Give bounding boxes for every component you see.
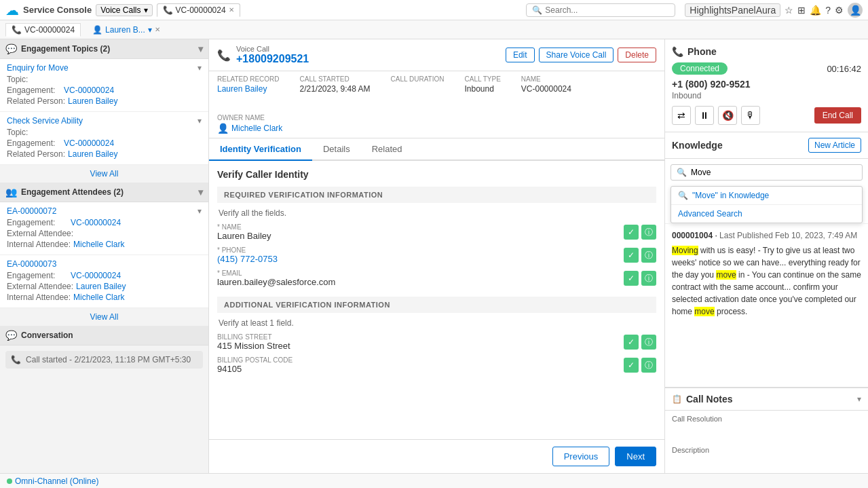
ea-internal-value-1[interactable]: Michelle Clark [73,240,124,249]
call-resolution-input[interactable] [672,424,861,438]
person-value-2[interactable]: Lauren Bailey [68,149,117,159]
owner-value[interactable]: Michelle Clark [231,124,282,133]
email-info-btn[interactable]: ⓘ [641,271,656,286]
phone-field-row: * PHONE (415) 772-0753 ✓ ⓘ [217,246,656,264]
grid-icon[interactable]: ⊞ [797,5,806,16]
person-label-1: Related Person: [7,96,65,106]
engagement-label-2: Engagement: [7,138,61,148]
record-btn[interactable]: 🎙 [741,106,760,125]
billing-postal-info-btn[interactable]: ⓘ [641,358,656,373]
topic-arrow-2[interactable]: ▾ [197,116,202,126]
topic-label-1: Topic: [7,75,61,84]
tab-details[interactable]: Details [312,138,361,161]
user-avatar[interactable]: 👤 [848,3,863,18]
ea-engagement-label-1: Engagement: [7,218,68,227]
call-started-label: Call Started [300,75,371,83]
share-voice-call-button[interactable]: Share Voice Call [539,48,614,62]
ea-internal-value-2[interactable]: Michelle Clark [73,293,124,302]
phone-value[interactable]: (415) 772-0753 [217,254,618,264]
highlights-panel-btn[interactable]: HighlightsPanelAura [685,3,780,17]
billing-street-value: 415 Mission Street [217,341,618,351]
help-icon[interactable]: ? [825,5,831,16]
hold-btn[interactable]: ⏸ [695,106,714,125]
highlight-move-1: move [716,270,736,280]
required-verification-section: REQUIRED VERIFICATION INFORMATION Verify… [217,187,656,287]
engagement-value-2[interactable]: VC-00000024 [64,138,114,148]
related-record-value[interactable]: Lauren Bailey [217,84,280,94]
mute-btn[interactable]: 🔇 [718,106,737,125]
content-tabs: Identity Verification Details Related [209,138,664,161]
transfer-btn[interactable]: ⇄ [672,106,691,125]
vc-tab[interactable]: 📞 VC-00000024 ✕ [157,3,240,17]
highlight-moving: Moving [672,246,698,255]
topic-title-1[interactable]: Enquiry for Move [7,63,69,73]
star-icon[interactable]: ☆ [785,5,793,16]
ea-title-1[interactable]: EA-00000072 [7,206,56,216]
billing-street-info-btn[interactable]: ⓘ [641,335,656,350]
knowledge-search-input[interactable] [691,168,856,177]
previous-button[interactable]: Previous [552,447,610,466]
name-field-row: * NAME Lauren Bailey ✓ ⓘ [217,223,656,241]
vc-phone-icon: 📞 [217,49,231,62]
billing-street-field-row: BILLING STREET 415 Mission Street ✓ ⓘ [217,333,656,351]
name-verify-btn[interactable]: ✓ [624,225,639,240]
lauren-tab-label: Lauren B... [105,25,145,35]
ea-engagement-value-2[interactable]: VC-00000024 [71,271,121,280]
status-label[interactable]: Omni-Channel (Online) [15,476,98,486]
topics-view-all-link[interactable]: View All [90,169,119,179]
call-resolution-label: Call Resolution [672,415,861,423]
phone-info-btn[interactable]: ⓘ [641,248,656,263]
edit-button[interactable]: Edit [506,48,535,62]
topic-title-2[interactable]: Check Service Ability [7,116,83,126]
last-published-label: Last Published [719,231,773,240]
ea-external-value-2[interactable]: Lauren Bailey [76,282,126,291]
status-bar: Omni-Channel (Online) [0,473,868,488]
new-article-button[interactable]: New Article [808,138,861,153]
vc-number: +18009209521 [236,53,309,65]
person-value-1[interactable]: Lauren Bailey [68,96,117,106]
call-notes-collapse[interactable]: ▾ [857,394,861,404]
search-dropdown-item[interactable]: 🔍 "Move" in Knowledge [671,187,862,204]
voice-calls-dropdown[interactable]: Voice Calls ▾ [96,4,152,16]
engagement-topics-header: 💬 Engagement Topics (2) ▾ [0,39,208,59]
close-icon[interactable]: ✕ [229,6,234,14]
knowledge-search[interactable]: 🔍 [671,164,863,181]
notification-icon[interactable]: 🔔 [810,5,821,16]
search-input[interactable] [545,5,669,15]
next-button[interactable]: Next [615,447,656,466]
global-search[interactable]: 🔍 [526,3,675,17]
name-info-btn[interactable]: ⓘ [641,225,656,240]
tab-close-icon[interactable]: ✕ [155,26,160,33]
advanced-search-link[interactable]: Advanced Search [671,204,862,223]
vc-second-tab[interactable]: 📞 VC-00000024 [5,23,81,37]
delete-button[interactable]: Delete [618,48,656,62]
topics-view-all[interactable]: View All [0,165,208,183]
ea-engagement-value-1[interactable]: VC-00000024 [71,218,121,227]
engagement-topics-collapse[interactable]: ▾ [198,43,203,54]
call-type-value: Inbound [465,84,501,94]
call-type-label: Call Type [465,75,501,83]
ea-title-2[interactable]: EA-00000073 [7,259,56,269]
settings-icon[interactable]: ⚙ [835,5,844,16]
email-field-actions: ✓ ⓘ [624,271,656,286]
call-notes-icon: 📋 [672,394,682,404]
identity-title: Verify Caller Identity [217,169,656,180]
search-icon: 🔍 [532,5,542,15]
conversation-header: 💬 Conversation [0,326,208,345]
attendees-view-all-link[interactable]: View All [90,312,119,322]
phone-verify-btn[interactable]: ✓ [624,248,639,263]
tab-identity-verification[interactable]: Identity Verification [209,138,312,161]
description-input[interactable] [672,455,861,469]
attendees-view-all[interactable]: View All [0,308,208,326]
engagement-value-1[interactable]: VC-00000024 [64,86,114,95]
billing-postal-verify-btn[interactable]: ✓ [624,358,639,373]
topic-arrow-1[interactable]: ▾ [197,63,202,73]
conversation-content: 📞 Call started - 2/21/2023, 11:18 PM GMT… [0,345,208,374]
email-verify-btn[interactable]: ✓ [624,271,639,286]
billing-street-verify-btn[interactable]: ✓ [624,335,639,350]
end-call-button[interactable]: End Call [814,107,861,124]
attendees-collapse[interactable]: ▾ [198,187,203,198]
lauren-tab[interactable]: 👤 Lauren B... ▾ ✕ [86,23,166,37]
tab-related[interactable]: Related [361,138,413,161]
ea-arrow-1[interactable]: ▾ [197,206,202,216]
